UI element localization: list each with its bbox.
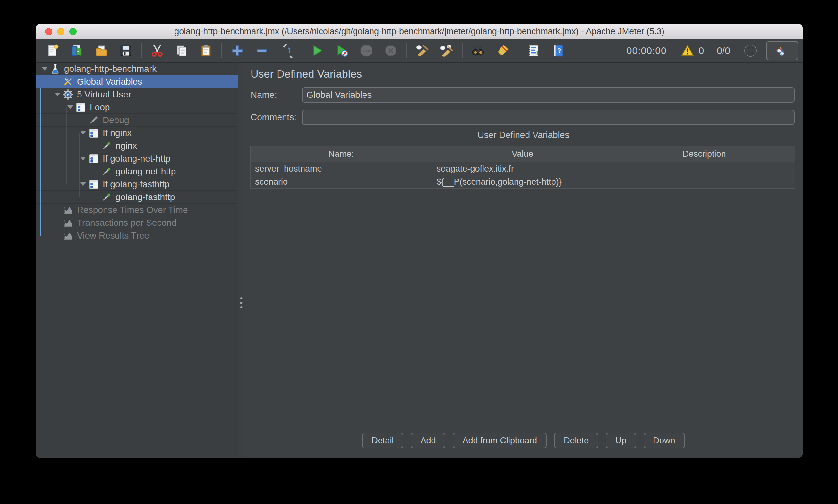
tree-node-view-results-tree[interactable]: View Results Tree (36, 229, 238, 242)
cell-variable-name[interactable]: server_hostname (250, 162, 432, 175)
expander-icon[interactable] (78, 157, 88, 160)
active-threads-count: 0/0 (717, 45, 730, 56)
tree-node-golang-fasthttp[interactable]: golang-fasthttp (36, 191, 238, 203)
table-row[interactable]: server_hostname seagate-goflex.itix.fr (250, 162, 795, 175)
add-from-clipboard-button[interactable]: Add from Clipboard (453, 433, 547, 448)
test-plan-tree: golang-http-benchmark Global Variables 5… (36, 62, 238, 457)
thread-group-icon (62, 89, 74, 100)
tree-node-golang-http-benchmark[interactable]: golang-http-benchmark (36, 62, 238, 75)
detail-button[interactable]: Detail (362, 433, 403, 448)
tree-node-label: Loop (90, 102, 110, 112)
delete-button[interactable]: Delete (554, 433, 598, 448)
panel-heading: User Defined Variables (250, 68, 362, 80)
cell-variable-name[interactable]: scenario (250, 175, 432, 188)
expander-icon[interactable] (78, 182, 88, 186)
copy-icon[interactable] (174, 43, 189, 58)
listener-chart-icon (62, 204, 74, 216)
variables-table-title: User Defined Variables (244, 130, 803, 140)
search-icon[interactable] (471, 43, 485, 58)
cell-variable-description[interactable] (613, 175, 795, 188)
tree-node-debug[interactable]: Debug (36, 114, 238, 127)
toolbar: 00:00:00 0 0/0 (36, 39, 803, 62)
tree-node-label: Transactions per Second (77, 218, 176, 228)
new-file-icon[interactable] (45, 43, 60, 58)
tree-node-5-virtual-user[interactable]: 5 Virtual User (36, 88, 238, 101)
expander-icon[interactable] (53, 93, 62, 96)
open-file-icon[interactable] (94, 43, 109, 58)
tree-node-label: View Results Tree (77, 231, 149, 241)
log-errors-indicator[interactable]: 0 (681, 44, 704, 57)
remote-sphere-icon[interactable] (743, 43, 758, 58)
expand-all-icon[interactable] (230, 43, 245, 58)
tree-node-label: golang-fasthttp (116, 192, 175, 202)
content-area: golang-http-benchmark Global Variables 5… (36, 62, 803, 457)
tree-node-transactions-per-second[interactable]: Transactions per Second (36, 216, 238, 229)
cell-variable-description[interactable] (613, 162, 795, 175)
cell-variable-value[interactable]: ${__P(scenario,golang-net-http)} (432, 175, 613, 188)
start-no-timers-icon[interactable] (335, 43, 349, 58)
comments-label: Comments: (250, 112, 296, 123)
tree-node-label: If golang-fasthttp (103, 179, 170, 190)
name-input[interactable] (302, 87, 795, 103)
test-plan-icon (49, 63, 61, 75)
jmeter-window: golang-http-benchmark.jmx (/Users/nicola… (36, 24, 803, 457)
down-button[interactable]: Down (644, 433, 685, 448)
expander-icon[interactable] (40, 67, 49, 71)
sampler-icon (101, 140, 112, 152)
column-header-name[interactable]: Name: (250, 146, 432, 162)
shutdown-icon (383, 43, 398, 58)
splitter-grip-icon (240, 295, 242, 311)
minimize-window-button[interactable] (57, 28, 65, 35)
help-icon[interactable] (551, 43, 565, 58)
tree-node-label: golang-net-http (116, 166, 176, 177)
save-icon[interactable] (118, 43, 133, 58)
tree-node-if-golang-net-http[interactable]: If golang-net-http (36, 152, 238, 165)
listener-chart-icon (62, 217, 74, 229)
expander-icon[interactable] (78, 131, 88, 134)
cut-icon[interactable] (150, 43, 164, 58)
tree-node-global-variables[interactable]: Global Variables (36, 75, 238, 88)
tree-node-if-golang-fasthttp[interactable]: If golang-fasthttp (36, 178, 238, 191)
close-window-button[interactable] (45, 28, 52, 35)
table-header-row: Name: Value Description (250, 146, 795, 162)
name-label: Name: (250, 90, 277, 100)
toolbar-separator (221, 43, 222, 58)
comments-row: Comments: (244, 110, 803, 125)
toolbar-separator (301, 43, 302, 58)
templates-icon[interactable] (70, 43, 84, 58)
collapse-all-icon[interactable] (255, 43, 269, 58)
jmeter-butterfly-icon (775, 43, 789, 58)
variables-table: Name: Value Description server_hostname … (250, 146, 795, 188)
tree-node-loop[interactable]: Loop (36, 101, 238, 114)
tree-node-golang-net-http[interactable]: golang-net-http (36, 165, 238, 178)
titlebar[interactable]: golang-http-benchmark.jmx (/Users/nicola… (36, 24, 803, 39)
panel-splitter[interactable] (238, 62, 244, 457)
table-row[interactable]: scenario ${__P(scenario,golang-net-http)… (250, 175, 795, 188)
cell-variable-value[interactable]: seagate-goflex.itix.fr (432, 162, 613, 175)
clear-all-icon[interactable] (439, 43, 454, 58)
zoom-window-button[interactable] (69, 28, 77, 35)
toolbar-status-cluster: 00:00:00 0 0/0 (627, 41, 798, 60)
search-reset-icon[interactable] (495, 43, 510, 58)
tree-node-nginx[interactable]: nginx (36, 140, 238, 152)
add-button[interactable]: Add (411, 433, 445, 448)
clear-icon[interactable] (415, 43, 430, 58)
column-header-description[interactable]: Description (613, 146, 795, 162)
column-header-value[interactable]: Value (432, 146, 613, 162)
tree-node-label: If nginx (103, 128, 132, 138)
tree-node-label: nginx (116, 141, 137, 151)
comments-input[interactable] (302, 110, 795, 125)
toggle-icon[interactable] (279, 43, 294, 58)
function-helper-icon[interactable] (526, 43, 541, 58)
window-title: golang-http-benchmark.jmx (/Users/nicola… (36, 26, 803, 37)
start-icon[interactable] (310, 43, 325, 58)
toolbar-separator (518, 43, 519, 58)
expander-icon[interactable] (66, 106, 75, 109)
tree-node-response-times-over-time[interactable]: Response Times Over Time (36, 203, 238, 216)
plugins-manager-button[interactable] (766, 41, 798, 60)
sampler-disabled-icon (88, 114, 100, 126)
logic-controller-icon (88, 127, 100, 139)
up-button[interactable]: Up (606, 433, 636, 448)
tree-node-if-nginx[interactable]: If nginx (36, 127, 238, 140)
paste-icon[interactable] (198, 43, 213, 58)
